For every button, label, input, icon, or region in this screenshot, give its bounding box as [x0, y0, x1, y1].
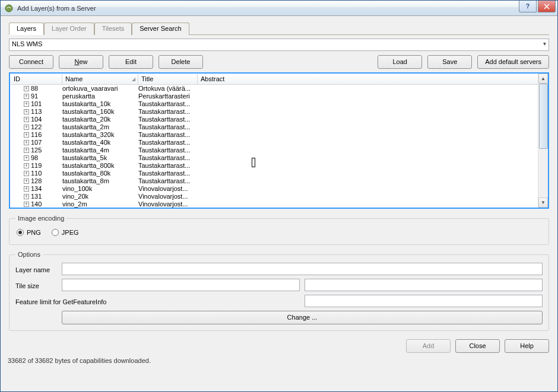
- expand-icon[interactable]: +: [24, 179, 29, 184]
- table-row[interactable]: +104taustakartta_20kTaustakarttarast...: [11, 116, 547, 123]
- cell-id: 91: [31, 93, 38, 100]
- tab-tilesets: Tilesets: [94, 23, 132, 35]
- col-name[interactable]: Name◢: [62, 74, 138, 84]
- expand-icon[interactable]: +: [24, 125, 29, 130]
- expand-icon[interactable]: +: [24, 117, 29, 122]
- cell-title: Taustakarttarast...: [138, 100, 198, 108]
- scroll-down-icon[interactable]: ▼: [538, 197, 548, 208]
- table-row[interactable]: +119taustakartta_800kTaustakarttarast...: [11, 162, 547, 170]
- tab-server-search[interactable]: Server Search: [132, 23, 189, 35]
- cell-id: 116: [31, 131, 42, 139]
- expand-icon[interactable]: +: [24, 148, 29, 153]
- table-row[interactable]: +98taustakartta_5kTaustakarttarast...: [11, 154, 547, 162]
- layer-name-input[interactable]: [62, 263, 543, 275]
- cell-id: 131: [31, 193, 42, 200]
- cell-id: 125: [31, 146, 42, 154]
- feature-limit-input[interactable]: [305, 295, 543, 307]
- expand-icon[interactable]: +: [24, 86, 29, 91]
- expand-icon[interactable]: +: [24, 109, 29, 114]
- table-row[interactable]: +116taustakartta_320kTaustakarttarast...: [11, 131, 547, 139]
- table-row[interactable]: +131vino_20kVinovalovarjost...: [11, 193, 547, 200]
- cell-name: taustakartta_8m: [62, 177, 138, 185]
- close-button[interactable]: Close: [455, 339, 500, 353]
- expand-icon[interactable]: +: [24, 101, 29, 107]
- tab-layers[interactable]: Layers: [9, 23, 44, 35]
- table-row[interactable]: +101taustakartta_10kTaustakarttarast...: [11, 100, 547, 108]
- layer-list-header: ID Name◢ Title Abstract: [11, 74, 547, 85]
- table-row[interactable]: +110taustakartta_80kTaustakarttarast...: [11, 170, 547, 177]
- edit-button[interactable]: Edit: [109, 55, 153, 69]
- cell-id: 119: [31, 162, 42, 170]
- cell-id: 113: [31, 108, 42, 116]
- table-row[interactable]: +128taustakartta_8mTaustakarttarast...: [11, 177, 547, 185]
- layer-list-body[interactable]: +88ortokuva_vaaravariOrtokuva (väärä...+…: [11, 85, 547, 208]
- table-row[interactable]: +122taustakartta_2mTaustakarttarast...: [11, 123, 547, 131]
- save-button[interactable]: Save: [427, 55, 472, 69]
- radio-png[interactable]: PNG: [17, 229, 41, 236]
- table-row[interactable]: +88ortokuva_vaaravariOrtokuva (väärä...: [11, 85, 547, 93]
- new-button[interactable]: New: [59, 55, 103, 69]
- tile-size-input-b[interactable]: [305, 279, 543, 291]
- tile-size-input-a[interactable]: [62, 279, 300, 291]
- cell-name: taustakartta_80k: [62, 170, 138, 177]
- vertical-scrollbar[interactable]: ▲ ▼: [538, 74, 548, 208]
- scroll-up-icon[interactable]: ▲: [538, 74, 548, 84]
- server-dropdown-value: NLS WMS: [12, 40, 42, 47]
- scroll-thumb[interactable]: [539, 84, 548, 149]
- expand-icon[interactable]: +: [24, 140, 29, 145]
- image-encoding-legend: Image encoding: [15, 215, 66, 222]
- col-id[interactable]: ID: [11, 74, 62, 84]
- add-default-servers-button[interactable]: Add default servers: [477, 55, 549, 69]
- table-row[interactable]: +125taustakartta_4mTaustakarttarast...: [11, 146, 547, 154]
- layer-name-label: Layer name: [15, 264, 57, 273]
- expand-icon[interactable]: +: [24, 186, 29, 192]
- expand-icon[interactable]: +: [24, 171, 29, 176]
- toolbar-row: Connect New Edit Delete Load Save Add de…: [9, 55, 549, 69]
- tab-layer-order: Layer Order: [44, 23, 94, 35]
- cell-name: taustakartta_20k: [62, 116, 138, 123]
- radio-dot-jpeg: [52, 229, 59, 236]
- connect-button[interactable]: Connect: [9, 55, 53, 69]
- titlebar-close-button[interactable]: [538, 1, 556, 12]
- expand-icon[interactable]: +: [24, 132, 29, 138]
- options-group: Options Layer name Tile size Feature lim…: [9, 251, 549, 331]
- help-button[interactable]: Help: [505, 339, 549, 353]
- col-title[interactable]: Title: [138, 74, 198, 84]
- expand-icon[interactable]: +: [24, 194, 29, 199]
- change-button[interactable]: Change ...: [62, 311, 543, 324]
- dialog-footer: Add Close Help: [1, 333, 557, 355]
- table-row[interactable]: +113taustakartta_160kTaustakarttarast...: [11, 108, 547, 116]
- expand-icon[interactable]: +: [24, 163, 29, 168]
- expand-icon[interactable]: +: [24, 155, 29, 161]
- image-encoding-group: Image encoding PNG JPEG: [9, 215, 549, 245]
- cell-title: Taustakarttarast...: [138, 146, 198, 154]
- cell-title: Vinovalovarjost...: [138, 193, 198, 200]
- delete-button[interactable]: Delete: [158, 55, 203, 69]
- radio-jpeg[interactable]: JPEG: [52, 229, 79, 236]
- expand-icon[interactable]: +: [24, 202, 29, 207]
- server-dropdown[interactable]: NLS WMS: [9, 39, 549, 51]
- cell-title: Taustakarttarast...: [138, 170, 198, 177]
- cell-title: Taustakarttarast...: [138, 131, 198, 139]
- cell-name: vino_20k: [62, 193, 138, 200]
- cell-name: taustakartta_800k: [62, 162, 138, 170]
- cell-id: 134: [31, 185, 42, 193]
- cell-id: 110: [31, 170, 42, 177]
- cell-id: 88: [31, 85, 38, 93]
- cell-title: Ortokuva (väärä...: [138, 85, 198, 93]
- load-button[interactable]: Load: [378, 55, 422, 69]
- cell-id: 101: [31, 100, 42, 108]
- cell-id: 98: [31, 154, 38, 162]
- cell-title: Vinovalovarjost...: [138, 185, 198, 193]
- col-abstract[interactable]: Abstract: [198, 74, 547, 84]
- titlebar-help-button[interactable]: ?: [519, 1, 537, 12]
- table-row[interactable]: +91peruskarttaPeruskarttarasteri: [11, 93, 547, 100]
- titlebar[interactable]: Add Layer(s) from a Server ?: [1, 1, 557, 16]
- table-row[interactable]: +107taustakartta_40kTaustakarttarast...: [11, 139, 547, 146]
- table-row[interactable]: +134vino_100kVinovalovarjost...: [11, 185, 547, 193]
- window-title: Add Layer(s) from a Server: [17, 5, 96, 12]
- cell-title: Taustakarttarast...: [138, 177, 198, 185]
- cell-name: vino_2m: [62, 200, 138, 208]
- expand-icon[interactable]: +: [24, 94, 29, 99]
- table-row[interactable]: +140vino_2mVinovalovarjost...: [11, 200, 547, 208]
